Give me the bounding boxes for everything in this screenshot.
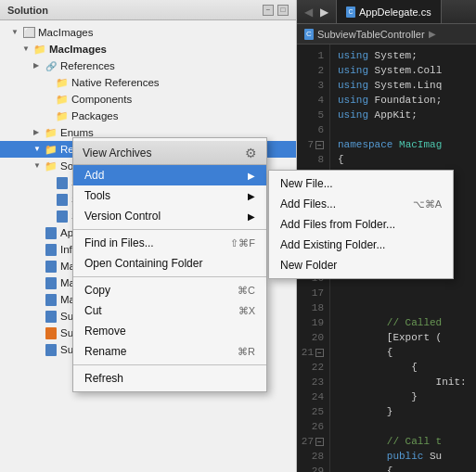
menu-item-label: Refresh — [84, 372, 123, 385]
panel-title: Solution — [7, 5, 48, 16]
code-line: } — [338, 389, 469, 404]
menu-item-label: Version Control — [84, 210, 161, 223]
tree-item-components[interactable]: Components — [0, 91, 296, 108]
shortcut-label: ⌘C — [238, 285, 255, 297]
menu-item-label: New File... — [280, 177, 333, 190]
menu-item-add[interactable]: Add ▶ — [73, 165, 266, 185]
tab-appdelegate[interactable]: C AppDelegate.cs — [337, 0, 442, 23]
menu-item-label: Rename — [84, 345, 126, 358]
code-line: [Export ( — [338, 330, 469, 345]
code-line: namespace MacImag — [338, 137, 469, 152]
tree-label: Native References — [71, 77, 160, 88]
triangle-icon — [33, 161, 43, 171]
tree-item-native-refs[interactable]: Native References — [0, 74, 296, 91]
cs-file-icon — [56, 176, 69, 189]
triangle-icon — [11, 28, 20, 37]
menu-item-label: New Folder — [280, 259, 337, 272]
cs-file-icon — [45, 310, 58, 323]
cs-file-icon — [56, 193, 69, 206]
triangle-icon — [33, 128, 43, 137]
submenu-arrow-icon: ▶ — [248, 211, 255, 222]
tree-item-macimages-proj[interactable]: MacImages — [0, 41, 296, 57]
panel-controls: − □ — [263, 5, 289, 16]
gear-icon[interactable]: ⚙ — [245, 146, 257, 160]
menu-item-tools[interactable]: Tools ▶ — [73, 185, 266, 206]
breadcrumb: C SubviewTableController ▶ — [297, 24, 476, 45]
add-submenu: New File... Add Files... ⌥⌘A Add Files f… — [268, 170, 454, 279]
code-line: Init: — [338, 375, 469, 389]
menu-item-remove[interactable]: Remove — [73, 321, 266, 341]
code-line — [338, 300, 469, 315]
nav-forward-button[interactable]: ▶ — [318, 4, 330, 20]
shortcut-label: ⌘X — [238, 305, 255, 317]
code-line: // Called — [338, 315, 469, 330]
code-line: using Foundation; — [338, 93, 469, 108]
nav-back-button[interactable]: ◀ — [302, 4, 315, 20]
solution-icon — [22, 26, 35, 39]
cs-file-icon — [45, 293, 58, 306]
triangle-icon — [33, 145, 43, 154]
submenu-item-new-folder[interactable]: New Folder — [269, 255, 453, 275]
cs-file-icon — [45, 343, 58, 356]
tree-item-packages[interactable]: Packages — [0, 108, 296, 124]
menu-separator — [73, 229, 266, 230]
code-line: // Call t — [338, 434, 469, 449]
menu-item-version-control[interactable]: Version Control ▶ — [73, 206, 266, 226]
refs-icon — [45, 59, 58, 72]
code-line: using System.Coll — [338, 63, 469, 78]
menu-separator — [73, 276, 266, 277]
menu-item-label: Remove — [84, 325, 126, 338]
menu-separator — [73, 364, 266, 365]
submenu-item-add-existing-folder[interactable]: Add Existing Folder... — [269, 235, 453, 255]
submenu-arrow-icon: ▶ — [248, 191, 255, 201]
code-line: { — [338, 152, 469, 167]
code-line: using System; — [338, 48, 469, 63]
breadcrumb-separator: ▶ — [429, 29, 436, 39]
tree-label: MacImages — [49, 44, 107, 55]
maximize-button[interactable]: □ — [277, 5, 289, 16]
code-line: using AppKit; — [338, 108, 469, 122]
code-line: public Su — [338, 449, 469, 464]
shortcut-label: ⌥⌘A — [413, 198, 442, 210]
tree-label: MacImages — [38, 27, 93, 38]
tree-label: Packages — [71, 110, 119, 121]
submenu-item-add-files-from-folder[interactable]: Add Files from Folder... — [269, 214, 453, 235]
code-line: { — [338, 360, 469, 375]
tree-label: References — [60, 60, 115, 71]
triangle-icon — [33, 61, 43, 70]
breadcrumb-controller: SubviewTableController — [317, 29, 425, 40]
menu-item-refresh[interactable]: Refresh — [73, 368, 266, 389]
view-archives-bar[interactable]: View Archives ⚙ — [73, 141, 266, 165]
submenu-item-add-files[interactable]: Add Files... ⌥⌘A — [269, 194, 453, 214]
code-line: { — [338, 345, 469, 360]
menu-item-label: Add Files from Folder... — [280, 218, 395, 231]
tree-label: Components — [71, 94, 132, 105]
cs-tab-icon: C — [346, 6, 355, 18]
folder-icon — [56, 76, 69, 89]
code-line: } — [338, 404, 469, 419]
code-line — [338, 122, 469, 137]
cs-file-icon — [45, 260, 58, 273]
menu-item-label: Open Containing Folder — [84, 257, 202, 270]
code-line — [338, 419, 469, 434]
code-line: { — [338, 464, 469, 472]
folder-icon — [56, 109, 69, 122]
folder-icon — [56, 93, 69, 106]
minimize-button[interactable]: − — [263, 5, 274, 16]
submenu-item-new-file[interactable]: New File... — [269, 173, 453, 194]
menu-item-label: Add — [84, 169, 104, 182]
menu-item-open-folder[interactable]: Open Containing Folder — [73, 253, 266, 274]
code-line: using System.Linq — [338, 78, 469, 93]
menu-item-copy[interactable]: Copy ⌘C — [73, 280, 266, 300]
menu-item-cut[interactable]: Cut ⌘X — [73, 300, 266, 321]
shortcut-label: ⌘R — [238, 346, 255, 358]
menu-item-label: Copy — [84, 284, 110, 297]
tree-item-macimages-root[interactable]: MacImages — [0, 24, 296, 41]
editor-tabs: ◀ ▶ C AppDelegate.cs — [297, 0, 476, 24]
folder-icon — [45, 126, 58, 139]
menu-item-label: Tools — [84, 189, 110, 202]
menu-item-rename[interactable]: Rename ⌘R — [73, 341, 266, 362]
solution-panel: Solution − □ MacImages MacImages Referen… — [0, 0, 297, 472]
tree-item-references[interactable]: References — [0, 57, 296, 74]
menu-item-find-in-files[interactable]: Find in Files... ⇧⌘F — [73, 233, 266, 253]
